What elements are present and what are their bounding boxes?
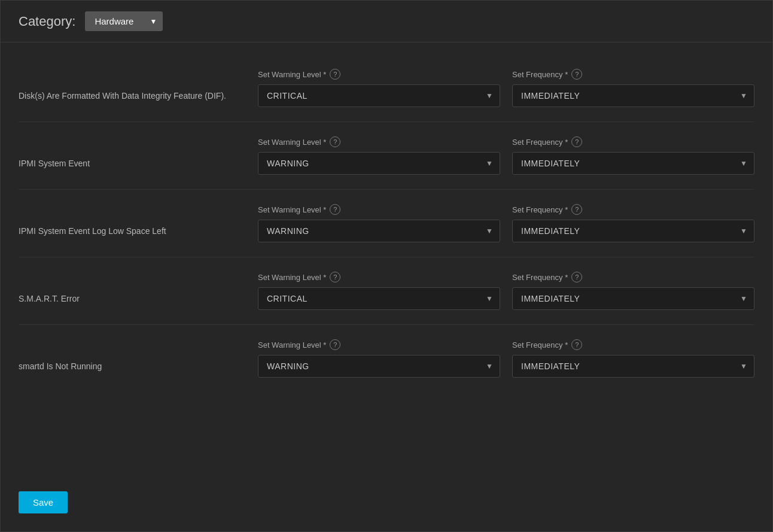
frequency-select-wrapper-smart-error: IMMEDIATELYHOURLYDAILY▼ — [512, 287, 754, 310]
warning-level-group-smart-error: Set Warning Level *?CRITICALWARNINGINFO▼ — [258, 272, 500, 310]
save-area: Save — [1, 479, 772, 531]
alerts-content: Disk(s) Are Formatted With Data Integrit… — [1, 42, 772, 479]
warning-level-text-smartd-not-running: Set Warning Level * — [258, 341, 326, 349]
frequency-label-smartd-not-running: Set Frequency *? — [512, 339, 754, 350]
frequency-label-smart-error: Set Frequency *? — [512, 272, 754, 282]
warning-level-select-wrapper-ipmi-system-event: CRITICALWARNINGINFO▼ — [258, 152, 500, 175]
alert-controls-disk-dif: Set Warning Level *?CRITICALWARNINGINFO▼… — [258, 69, 754, 107]
warning-level-group-disk-dif: Set Warning Level *?CRITICALWARNINGINFO▼ — [258, 69, 500, 107]
warning-level-select-smart-error[interactable]: CRITICALWARNINGINFO — [258, 287, 500, 310]
warning-level-help-icon-disk-dif[interactable]: ? — [330, 69, 340, 80]
frequency-help-icon-ipmi-system-event[interactable]: ? — [571, 136, 582, 147]
category-dropdown-wrapper[interactable]: HardwareNetworkStorageSystem ▼ — [85, 11, 163, 31]
warning-level-label-smart-error: Set Warning Level *? — [258, 272, 500, 282]
alert-name-disk-dif: Disk(s) Are Formatted With Data Integrit… — [19, 69, 258, 102]
alert-name-ipmi-log-low-space: IPMI System Event Log Low Space Left — [19, 204, 258, 238]
frequency-group-smart-error: Set Frequency *?IMMEDIATELYHOURLYDAILY▼ — [512, 272, 754, 310]
warning-level-label-disk-dif: Set Warning Level *? — [258, 69, 500, 80]
category-dropdown[interactable]: HardwareNetworkStorageSystem — [85, 11, 163, 31]
warning-level-text-smart-error: Set Warning Level * — [258, 273, 326, 282]
frequency-text-ipmi-log-low-space: Set Frequency * — [512, 205, 568, 214]
alert-row-ipmi-system-event: IPMI System EventSet Warning Level *?CRI… — [19, 122, 754, 190]
warning-level-group-smartd-not-running: Set Warning Level *?CRITICALWARNINGINFO▼ — [258, 339, 500, 378]
alert-row-ipmi-log-low-space: IPMI System Event Log Low Space LeftSet … — [19, 190, 754, 257]
header: Category: HardwareNetworkStorageSystem ▼ — [1, 1, 772, 42]
warning-level-help-icon-ipmi-log-low-space[interactable]: ? — [330, 204, 340, 215]
page-container: Category: HardwareNetworkStorageSystem ▼… — [0, 0, 773, 532]
warning-level-select-ipmi-log-low-space[interactable]: CRITICALWARNINGINFO — [258, 220, 500, 242]
warning-level-text-ipmi-system-event: Set Warning Level * — [258, 138, 326, 147]
alert-name-smartd-not-running: smartd Is Not Running — [19, 339, 258, 373]
alert-row-disk-dif: Disk(s) Are Formatted With Data Integrit… — [19, 54, 754, 122]
frequency-text-smartd-not-running: Set Frequency * — [512, 341, 568, 349]
frequency-group-smartd-not-running: Set Frequency *?IMMEDIATELYHOURLYDAILY▼ — [512, 339, 754, 378]
frequency-group-ipmi-log-low-space: Set Frequency *?IMMEDIATELYHOURLYDAILY▼ — [512, 204, 754, 242]
frequency-select-wrapper-smartd-not-running: IMMEDIATELYHOURLYDAILY▼ — [512, 355, 754, 378]
warning-level-text-disk-dif: Set Warning Level * — [258, 70, 326, 79]
frequency-select-wrapper-ipmi-log-low-space: IMMEDIATELYHOURLYDAILY▼ — [512, 220, 754, 242]
alert-controls-ipmi-system-event: Set Warning Level *?CRITICALWARNINGINFO▼… — [258, 136, 754, 175]
warning-level-select-wrapper-ipmi-log-low-space: CRITICALWARNINGINFO▼ — [258, 220, 500, 242]
warning-level-text-ipmi-log-low-space: Set Warning Level * — [258, 205, 326, 214]
frequency-help-icon-smartd-not-running[interactable]: ? — [571, 339, 582, 350]
frequency-text-smart-error: Set Frequency * — [512, 273, 568, 282]
warning-level-label-ipmi-log-low-space: Set Warning Level *? — [258, 204, 500, 215]
warning-level-label-ipmi-system-event: Set Warning Level *? — [258, 136, 500, 147]
warning-level-select-ipmi-system-event[interactable]: CRITICALWARNINGINFO — [258, 152, 500, 175]
frequency-select-disk-dif[interactable]: IMMEDIATELYHOURLYDAILY — [512, 84, 754, 107]
alert-controls-smart-error: Set Warning Level *?CRITICALWARNINGINFO▼… — [258, 272, 754, 310]
alert-name-smart-error: S.M.A.R.T. Error — [19, 272, 258, 305]
frequency-label-disk-dif: Set Frequency *? — [512, 69, 754, 80]
frequency-select-ipmi-system-event[interactable]: IMMEDIATELYHOURLYDAILY — [512, 152, 754, 175]
frequency-help-icon-ipmi-log-low-space[interactable]: ? — [571, 204, 582, 215]
warning-level-group-ipmi-log-low-space: Set Warning Level *?CRITICALWARNINGINFO▼ — [258, 204, 500, 242]
warning-level-select-wrapper-smart-error: CRITICALWARNINGINFO▼ — [258, 287, 500, 310]
frequency-select-wrapper-disk-dif: IMMEDIATELYHOURLYDAILY▼ — [512, 84, 754, 107]
frequency-label-ipmi-log-low-space: Set Frequency *? — [512, 204, 754, 215]
frequency-group-ipmi-system-event: Set Frequency *?IMMEDIATELYHOURLYDAILY▼ — [512, 136, 754, 175]
alert-controls-smartd-not-running: Set Warning Level *?CRITICALWARNINGINFO▼… — [258, 339, 754, 378]
frequency-help-icon-disk-dif[interactable]: ? — [571, 69, 582, 80]
warning-level-select-wrapper-disk-dif: CRITICALWARNINGINFO▼ — [258, 84, 500, 107]
alert-name-ipmi-system-event: IPMI System Event — [19, 136, 258, 170]
frequency-help-icon-smart-error[interactable]: ? — [571, 272, 582, 282]
frequency-group-disk-dif: Set Frequency *?IMMEDIATELYHOURLYDAILY▼ — [512, 69, 754, 107]
frequency-select-ipmi-log-low-space[interactable]: IMMEDIATELYHOURLYDAILY — [512, 220, 754, 242]
warning-level-select-disk-dif[interactable]: CRITICALWARNINGINFO — [258, 84, 500, 107]
category-label: Category: — [19, 14, 75, 29]
frequency-select-smart-error[interactable]: IMMEDIATELYHOURLYDAILY — [512, 287, 754, 310]
warning-level-help-icon-smartd-not-running[interactable]: ? — [330, 339, 340, 350]
alert-row-smartd-not-running: smartd Is Not RunningSet Warning Level *… — [19, 325, 754, 392]
alert-row-smart-error: S.M.A.R.T. ErrorSet Warning Level *?CRIT… — [19, 257, 754, 325]
frequency-label-ipmi-system-event: Set Frequency *? — [512, 136, 754, 147]
warning-level-select-wrapper-smartd-not-running: CRITICALWARNINGINFO▼ — [258, 355, 500, 378]
warning-level-select-smartd-not-running[interactable]: CRITICALWARNINGINFO — [258, 355, 500, 378]
frequency-text-ipmi-system-event: Set Frequency * — [512, 138, 568, 147]
warning-level-label-smartd-not-running: Set Warning Level *? — [258, 339, 500, 350]
warning-level-group-ipmi-system-event: Set Warning Level *?CRITICALWARNINGINFO▼ — [258, 136, 500, 175]
frequency-text-disk-dif: Set Frequency * — [512, 70, 568, 79]
frequency-select-wrapper-ipmi-system-event: IMMEDIATELYHOURLYDAILY▼ — [512, 152, 754, 175]
frequency-select-smartd-not-running[interactable]: IMMEDIATELYHOURLYDAILY — [512, 355, 754, 378]
warning-level-help-icon-smart-error[interactable]: ? — [330, 272, 340, 282]
alert-controls-ipmi-log-low-space: Set Warning Level *?CRITICALWARNINGINFO▼… — [258, 204, 754, 242]
save-button[interactable]: Save — [19, 491, 68, 513]
warning-level-help-icon-ipmi-system-event[interactable]: ? — [330, 136, 340, 147]
